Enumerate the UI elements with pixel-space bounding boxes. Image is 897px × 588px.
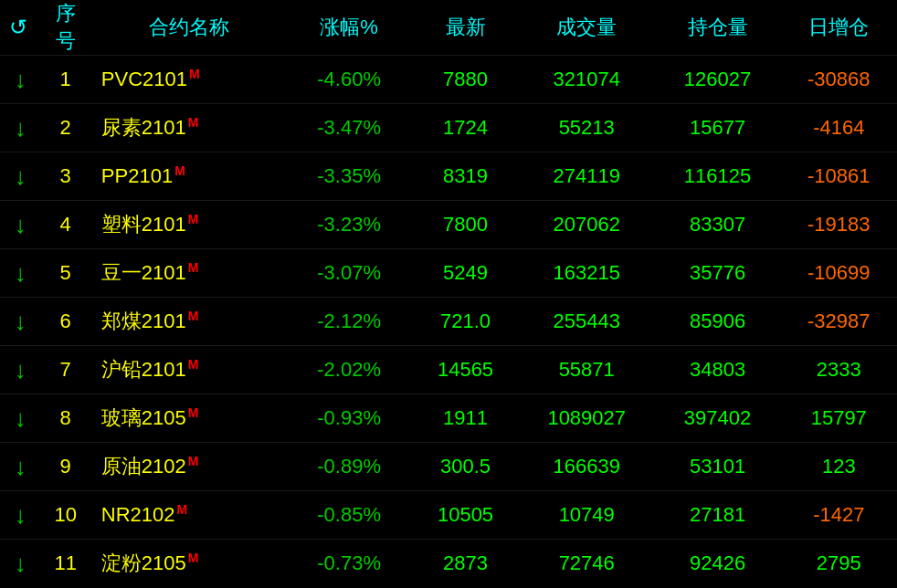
col-header-openint: 持仓量 xyxy=(655,0,781,56)
main-contract-badge: M xyxy=(188,115,199,130)
down-arrow-icon: ↓ xyxy=(15,453,26,481)
volume: 55213 xyxy=(519,104,655,152)
row-number: 1 xyxy=(38,56,91,104)
arrow-cell: ↓ xyxy=(0,104,38,152)
price-change: -0.93% xyxy=(286,394,412,443)
price-change: -2.02% xyxy=(286,346,412,394)
contract-name[interactable]: 塑料2101M xyxy=(92,201,286,249)
price-change: -3.35% xyxy=(286,152,412,201)
arrow-cell: ↓ xyxy=(0,249,38,298)
latest-price: 1724 xyxy=(412,104,519,152)
down-arrow-icon: ↓ xyxy=(15,114,26,142)
latest-price: 10505 xyxy=(412,491,519,540)
table-row: ↓11淀粉2105M-0.73%287372746924262795 xyxy=(0,540,897,588)
price-change: -3.07% xyxy=(286,249,412,298)
open-interest: 27181 xyxy=(655,491,781,540)
latest-price: 7800 xyxy=(412,201,519,249)
col-header-volume: 成交量 xyxy=(519,0,655,56)
down-arrow-icon: ↓ xyxy=(15,356,26,384)
contract-name[interactable]: 淀粉2105M xyxy=(92,540,286,588)
row-number: 9 xyxy=(38,443,91,491)
day-change: -30868 xyxy=(781,56,897,104)
row-number: 4 xyxy=(38,201,91,249)
refresh-header[interactable]: ↺ xyxy=(0,0,38,56)
row-number: 11 xyxy=(38,540,91,588)
day-change: 15797 xyxy=(781,394,897,443)
day-change: -32987 xyxy=(781,298,897,346)
table-row: ↓6郑煤2101M-2.12%721.025544385906-32987 xyxy=(0,298,897,346)
table-row: ↓4塑料2101M-3.23%780020706283307-19183 xyxy=(0,201,897,249)
main-contract-badge: M xyxy=(188,454,199,468)
col-header-num: 序号 xyxy=(38,0,91,56)
table-row: ↓9原油2102M-0.89%300.516663953101123 xyxy=(0,443,897,491)
main-contract-badge: M xyxy=(189,67,200,81)
day-change: 2795 xyxy=(781,540,897,588)
table-header-row: ↺ 序号 合约名称 涨幅% 最新 成交量 持仓量 日增仓 xyxy=(0,0,897,56)
open-interest: 53101 xyxy=(655,443,781,491)
volume: 55871 xyxy=(519,346,655,394)
main-contract-badge: M xyxy=(188,405,199,420)
volume: 166639 xyxy=(519,443,655,491)
arrow-cell: ↓ xyxy=(0,201,38,249)
open-interest: 126027 xyxy=(655,56,781,104)
main-contract-badge: M xyxy=(188,551,199,565)
down-arrow-icon: ↓ xyxy=(15,211,26,239)
contract-name[interactable]: PP2101M xyxy=(92,152,286,201)
main-contract-badge: M xyxy=(188,212,199,226)
arrow-cell: ↓ xyxy=(0,346,38,394)
day-change: 2333 xyxy=(781,346,897,394)
down-arrow-icon: ↓ xyxy=(15,66,26,94)
contract-name[interactable]: 郑煤2101M xyxy=(92,298,286,346)
price-change: -4.60% xyxy=(286,56,412,104)
volume: 10749 xyxy=(519,491,655,540)
table-row: ↓3PP2101M-3.35%8319274119116125-10861 xyxy=(0,152,897,201)
arrow-cell: ↓ xyxy=(0,298,38,346)
contract-name[interactable]: 豆一2101M xyxy=(92,249,286,298)
open-interest: 35776 xyxy=(655,249,781,298)
open-interest: 92426 xyxy=(655,540,781,588)
day-change: -19183 xyxy=(781,201,897,249)
latest-price: 5249 xyxy=(412,249,519,298)
main-contract-badge: M xyxy=(188,260,199,275)
latest-price: 8319 xyxy=(412,152,519,201)
price-change: -3.47% xyxy=(286,104,412,152)
row-number: 10 xyxy=(38,491,91,540)
latest-price: 2873 xyxy=(412,540,519,588)
contract-name[interactable]: NR2102M xyxy=(92,491,286,540)
refresh-icon[interactable]: ↺ xyxy=(9,15,27,40)
latest-price: 14565 xyxy=(412,346,519,394)
contract-name[interactable]: 玻璃2105M xyxy=(92,394,286,443)
down-arrow-icon: ↓ xyxy=(15,308,26,336)
row-number: 8 xyxy=(38,394,91,443)
open-interest: 116125 xyxy=(655,152,781,201)
open-interest: 34803 xyxy=(655,346,781,394)
table-row: ↓7沪铅2101M-2.02%1456555871348032333 xyxy=(0,346,897,394)
volume: 274119 xyxy=(519,152,655,201)
open-interest: 85906 xyxy=(655,298,781,346)
col-header-daychange: 日增仓 xyxy=(781,0,897,56)
open-interest: 15677 xyxy=(655,104,781,152)
open-interest: 83307 xyxy=(655,201,781,249)
price-change: -0.85% xyxy=(286,491,412,540)
volume: 72746 xyxy=(519,540,655,588)
contract-name[interactable]: 尿素2101M xyxy=(92,104,286,152)
arrow-cell: ↓ xyxy=(0,56,38,104)
volume: 1089027 xyxy=(519,394,655,443)
day-change: -10699 xyxy=(781,249,897,298)
day-change: -10861 xyxy=(781,152,897,201)
latest-price: 300.5 xyxy=(412,443,519,491)
contract-name[interactable]: PVC2101M xyxy=(92,56,286,104)
table-row: ↓1PVC2101M-4.60%7880321074126027-30868 xyxy=(0,56,897,104)
row-number: 5 xyxy=(38,249,91,298)
main-contract-badge: M xyxy=(177,502,188,517)
market-table-container: ↺ 序号 合约名称 涨幅% 最新 成交量 持仓量 日增仓 ↓1PVC2101M-… xyxy=(0,0,897,588)
contract-name[interactable]: 沪铅2101M xyxy=(92,346,286,394)
day-change: -4164 xyxy=(781,104,897,152)
day-change: 123 xyxy=(781,443,897,491)
table-row: ↓5豆一2101M-3.07%524916321535776-10699 xyxy=(0,249,897,298)
price-change: -0.89% xyxy=(286,443,412,491)
arrow-cell: ↓ xyxy=(0,152,38,201)
contract-name[interactable]: 原油2102M xyxy=(92,443,286,491)
latest-price: 721.0 xyxy=(412,298,519,346)
arrow-cell: ↓ xyxy=(0,491,38,540)
